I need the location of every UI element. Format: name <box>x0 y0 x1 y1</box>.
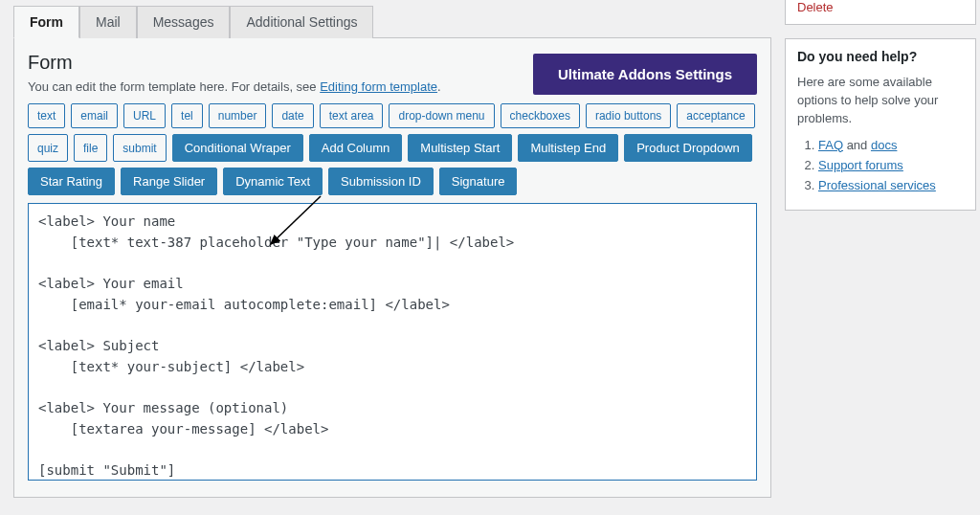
help-item-2: Support forums <box>818 158 964 172</box>
help-item-1: FAQ and docs <box>818 138 964 152</box>
tag-range-slider[interactable]: Range Slider <box>121 168 217 195</box>
help-text: Here are some available options to help … <box>797 74 964 128</box>
tab-bar: Form Mail Messages Additional Settings <box>13 6 771 38</box>
tag-add-column[interactable]: Add Column <box>309 134 403 162</box>
tab-mail[interactable]: Mail <box>79 6 137 38</box>
tag-radio-buttons[interactable]: radio buttons <box>586 103 671 128</box>
help-list: FAQ and docsSupport forumsProfessional s… <box>797 138 964 192</box>
tag-email[interactable]: email <box>71 103 118 128</box>
panel-description: You can edit the form template here. For… <box>28 79 441 94</box>
tag-drop-down-menu[interactable]: drop-down menu <box>389 103 494 128</box>
panel-title: Form <box>28 52 441 74</box>
tag-text-area[interactable]: text area <box>320 103 384 128</box>
form-tag-toolbar: textemailURLtelnumberdatetext areadrop-d… <box>28 103 757 195</box>
help-link-support-forums[interactable]: Support forums <box>818 158 903 172</box>
tag-product-dropdown[interactable]: Product Dropdown <box>624 134 752 162</box>
editing-template-link[interactable]: Editing form template <box>320 79 437 94</box>
tag-acceptance[interactable]: acceptance <box>677 103 754 128</box>
tag-tel[interactable]: tel <box>171 103 203 128</box>
tab-additional-settings[interactable]: Additional Settings <box>230 6 373 38</box>
form-template-textarea[interactable] <box>28 203 757 481</box>
tag-multistep-start[interactable]: Multistep Start <box>408 134 512 162</box>
tag-submit[interactable]: submit <box>113 134 166 162</box>
tag-star-rating[interactable]: Star Rating <box>28 168 115 195</box>
tag-URL[interactable]: URL <box>123 103 166 128</box>
tag-submission-id[interactable]: Submission ID <box>328 168 434 195</box>
panel-desc-text: You can edit the form template here. For… <box>28 79 320 94</box>
panel-desc-post: . <box>437 79 441 94</box>
help-box: Do you need help? Here are some availabl… <box>785 38 976 211</box>
help-title: Do you need help? <box>797 49 964 64</box>
tag-conditional-wraper[interactable]: Conditional Wraper <box>172 134 303 162</box>
help-link-faq[interactable]: FAQ <box>818 138 843 152</box>
tag-number[interactable]: number <box>209 103 267 128</box>
tag-quiz[interactable]: quiz <box>28 134 68 162</box>
tag-file[interactable]: file <box>74 134 107 162</box>
help-link-professional-services[interactable]: Professional services <box>818 178 936 192</box>
form-panel: Form You can edit the form template here… <box>13 38 771 498</box>
tag-text[interactable]: text <box>28 103 65 128</box>
tag-signature[interactable]: Signature <box>439 168 518 195</box>
tab-form[interactable]: Form <box>13 6 79 38</box>
sidebar-top-box: Delete <box>785 0 976 25</box>
tag-dynamic-text[interactable]: Dynamic Text <box>223 168 323 195</box>
tag-multistep-end[interactable]: Multistep End <box>518 134 618 162</box>
tab-messages[interactable]: Messages <box>137 6 231 38</box>
help-item-3: Professional services <box>818 178 964 192</box>
tag-date[interactable]: date <box>272 103 313 128</box>
tag-checkboxes[interactable]: checkboxes <box>501 103 580 128</box>
delete-link[interactable]: Delete <box>786 0 975 18</box>
help-link-docs[interactable]: docs <box>871 138 897 152</box>
ultimate-addons-settings-button[interactable]: Ultimate Addons Settings <box>533 54 757 95</box>
